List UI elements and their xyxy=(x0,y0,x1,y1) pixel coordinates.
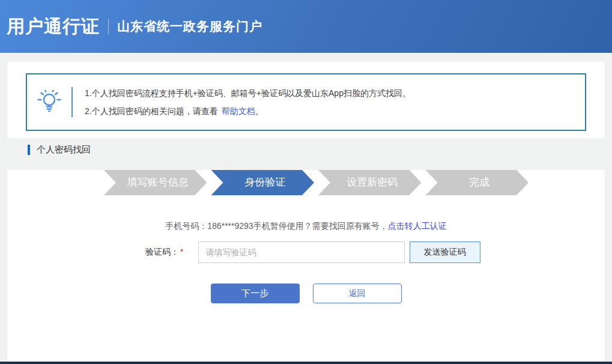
captcha-label-text: 验证码： xyxy=(145,247,179,256)
notice-line-2-text: 2.个人找回密码的相关问题，请查看 xyxy=(85,106,218,116)
captcha-form-row: 验证码：* 发送验证码 xyxy=(7,241,605,263)
captcha-label: 验证码：* xyxy=(132,247,184,258)
back-button[interactable]: 返回 xyxy=(313,284,402,303)
step-identity-verification: 身份验证 xyxy=(211,170,315,195)
section-title-bar xyxy=(28,145,30,155)
main-panel: 填写账号信息 身份验证 设置新密码 完成 手机号码：186****9293手机暂… xyxy=(7,170,605,364)
notice-line-2: 2.个人找回密码的相关问题，请查看帮助文档。 xyxy=(85,107,411,116)
portal-subtitle: 山东省统一政务服务门户 xyxy=(117,18,262,35)
section-title: 个人密码找回 xyxy=(37,144,91,156)
step-complete: 完成 xyxy=(426,170,529,195)
notice-box: 1.个人找回密码流程支持手机+验证码、邮箱号+验证码以及爱山东App扫脸的方式找… xyxy=(26,73,586,131)
footer-strip xyxy=(0,362,612,364)
lightbulb-icon xyxy=(27,74,71,130)
phone-notice: 手机号码：186****9293手机暂停使用？需要找回原有账号，点击转人工认证 xyxy=(7,221,605,231)
help-doc-link[interactable]: 帮助文档 xyxy=(222,106,255,116)
next-step-button[interactable]: 下一步 xyxy=(211,284,300,303)
header: 用户通行证 山东省统一政务服务门户 xyxy=(0,0,612,53)
notice-text: 1.个人找回密码流程支持手机+验证码、邮箱号+验证码以及爱山东App扫脸的方式找… xyxy=(73,74,411,130)
step-set-new-password: 设置新密码 xyxy=(318,170,422,195)
action-buttons-row: 下一步 返回 xyxy=(7,284,605,303)
send-code-button[interactable]: 发送验证码 xyxy=(410,241,480,263)
page: 用户通行证 山东省统一政务服务门户 xyxy=(0,0,612,364)
progress-steps: 填写账号信息 身份验证 设置新密码 完成 xyxy=(104,170,529,195)
app-title: 用户通行证 xyxy=(7,14,100,39)
section-title-row: 个人密码找回 xyxy=(0,138,612,161)
required-asterisk: * xyxy=(180,247,183,256)
notice-panel: 1.个人找回密码流程支持手机+验证码、邮箱号+验证码以及爱山东App扫脸的方式找… xyxy=(7,62,605,138)
notice-line-1: 1.个人找回密码流程支持手机+验证码、邮箱号+验证码以及爱山东App扫脸的方式找… xyxy=(85,89,411,98)
phone-notice-text: 手机号码：186****9293手机暂停使用？需要找回原有账号， xyxy=(165,221,387,231)
manual-verification-link[interactable]: 点击转人工认证 xyxy=(388,221,447,231)
header-divider xyxy=(108,19,109,34)
captcha-input[interactable] xyxy=(198,241,405,263)
step-fill-account-info: 填写账号信息 xyxy=(104,170,207,195)
notice-line-2-period: 。 xyxy=(255,106,264,116)
